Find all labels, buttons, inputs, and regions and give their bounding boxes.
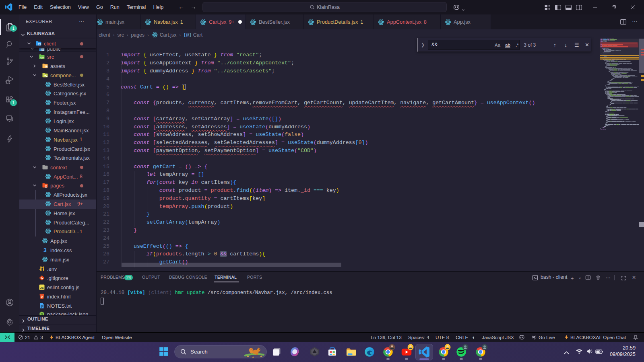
svg-text:3: 3: [43, 247, 47, 253]
svg-text:5: 5: [41, 295, 43, 298]
svg-text:</>: </>: [40, 56, 44, 59]
svg-text:JS: JS: [40, 286, 43, 290]
